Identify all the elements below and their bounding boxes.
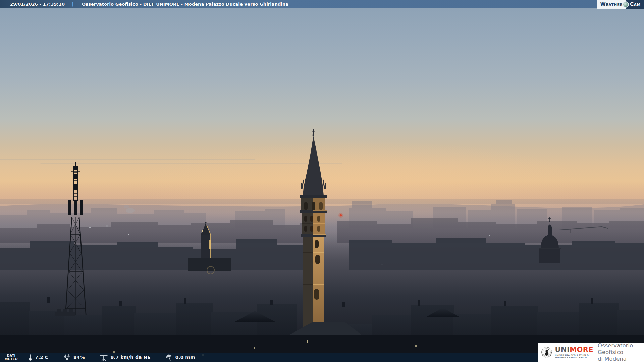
observatory-name-line1: Osservatorio Geofisico [598, 342, 641, 356]
webcam-page: 29/01/2026 - 17:39:10 | Osservatorio Geo… [0, 0, 644, 362]
meteo-data-label: DATI METEO [5, 354, 18, 361]
unimore-logo-box: UNIMORE UNIVERSITÀ DEGLI STUDI DI MODENA… [538, 343, 644, 362]
webcam-photo [0, 0, 644, 362]
temperature-value: 7.2 C [35, 355, 48, 360]
unimore-subtitle-line2: MODENA E REGGIO EMILIA [555, 356, 594, 359]
temperature-item: 7.2 C [28, 354, 48, 361]
water-drops-icon [63, 354, 71, 361]
globe-icon [623, 2, 628, 7]
camera-title: Osservatorio Geofisico - DIEF UNIMORE - … [82, 2, 288, 7]
separator: | [72, 2, 74, 7]
observatory-name: Osservatorio Geofisico di Modena [598, 342, 641, 362]
precipitation-value: 0.0 mm [175, 355, 195, 360]
observatory-name-line2: di Modena [598, 356, 641, 362]
humidity-value: 84% [73, 355, 85, 360]
unimore-uni-text: UNI [555, 346, 570, 354]
unimore-more-text: MORE [570, 346, 593, 354]
rooftop-ac-units [55, 309, 75, 316]
anemometer-icon [99, 354, 108, 361]
precipitation-item: 0.0 mm [165, 354, 195, 361]
cam-label: Cam [626, 0, 644, 9]
humidity-item: 84% [63, 354, 85, 361]
top-bar: 29/01/2026 - 17:39:10 | Osservatorio Geo… [0, 0, 644, 8]
wind-value: 9.7 km/h da NE [110, 355, 150, 360]
weathercam-logo: Weather Cam [597, 0, 644, 9]
umbrella-icon [165, 354, 173, 361]
weather-label: Weather [597, 0, 626, 9]
thermometer-icon [28, 354, 33, 361]
unimore-seal-icon [541, 344, 552, 360]
unimore-wordmark: UNIMORE UNIVERSITÀ DEGLI STUDI DI MODENA… [555, 346, 594, 359]
timestamp-text: 29/01/2026 - 17:39:10 [10, 2, 65, 7]
wind-item: 9.7 km/h da NE [99, 354, 150, 361]
unimore-subtitle-line1: UNIVERSITÀ DEGLI STUDI DI [555, 354, 594, 357]
